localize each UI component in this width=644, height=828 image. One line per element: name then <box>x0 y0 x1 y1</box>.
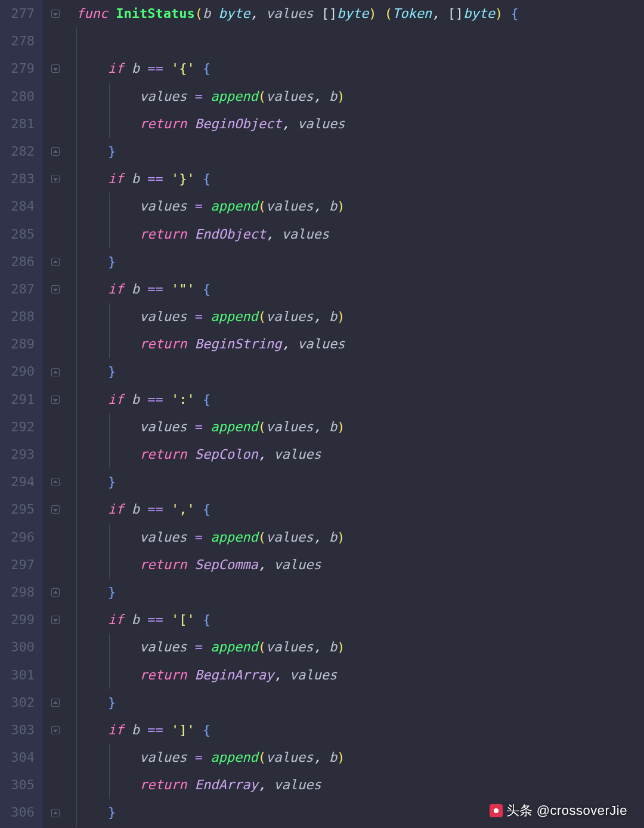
code-line[interactable]: 281 return BeginObject, values <box>0 110 644 138</box>
code-text[interactable]: } <box>76 248 116 276</box>
code-text[interactable]: } <box>76 689 116 716</box>
code-line[interactable]: 300 values = append(values, b) <box>0 634 644 661</box>
code-text[interactable]: if b == '}' { <box>76 165 210 193</box>
code-line[interactable]: 303 if b == ']' { <box>0 716 644 744</box>
fold-cell[interactable] <box>43 606 68 634</box>
code-text[interactable]: if b == ':' { <box>76 386 210 413</box>
fold-collapse-icon[interactable] <box>51 175 60 183</box>
fold-expand-icon[interactable] <box>51 368 60 376</box>
fold-collapse-icon[interactable] <box>51 396 60 404</box>
fold-cell <box>43 330 68 358</box>
code-line[interactable]: 277func InitStatus(b byte, values []byte… <box>0 0 644 27</box>
code-text[interactable]: } <box>76 358 116 385</box>
line-number: 304 <box>0 744 43 771</box>
fold-collapse-icon[interactable] <box>51 616 60 624</box>
code-line[interactable]: 279 if b == '{' { <box>0 55 644 82</box>
line-number: 293 <box>0 441 43 468</box>
line-number: 303 <box>0 716 43 744</box>
fold-cell[interactable] <box>43 55 68 82</box>
code-text[interactable]: values = append(values, b) <box>76 193 345 220</box>
code-line[interactable]: 299 if b == '[' { <box>0 606 644 634</box>
code-text[interactable]: return BeginArray, values <box>76 662 337 689</box>
code-text[interactable]: } <box>76 138 116 165</box>
fold-expand-icon[interactable] <box>51 699 60 707</box>
fold-cell[interactable] <box>43 579 68 606</box>
code-line[interactable]: 305 return EndArray, values <box>0 771 644 799</box>
code-line[interactable]: 293 return SepColon, values <box>0 441 644 468</box>
fold-cell[interactable] <box>43 716 68 744</box>
fold-cell[interactable] <box>43 138 68 165</box>
code-line[interactable]: 290 } <box>0 358 644 385</box>
code-text[interactable]: values = append(values, b) <box>76 83 345 110</box>
code-text[interactable]: func InitStatus(b byte, values []byte) (… <box>76 0 519 27</box>
code-line[interactable]: 287 if b == '"' { <box>0 276 644 303</box>
fold-collapse-icon[interactable] <box>51 64 60 73</box>
line-number: 288 <box>0 303 43 330</box>
fold-cell[interactable] <box>43 689 68 716</box>
code-text[interactable]: return EndObject, values <box>76 221 329 248</box>
code-line[interactable]: 284 values = append(values, b) <box>0 193 644 220</box>
fold-collapse-icon[interactable] <box>51 10 60 18</box>
code-line[interactable]: 283 if b == '}' { <box>0 165 644 193</box>
code-line[interactable]: 304 values = append(values, b) <box>0 744 644 771</box>
code-text[interactable]: values = append(values, b) <box>76 303 345 330</box>
code-text[interactable]: if b == '"' { <box>76 276 210 303</box>
fold-cell[interactable] <box>43 386 68 413</box>
code-text[interactable]: if b == '[' { <box>76 606 210 634</box>
fold-cell[interactable] <box>43 0 68 27</box>
code-line[interactable]: 288 values = append(values, b) <box>0 303 644 330</box>
code-line[interactable]: 291 if b == ':' { <box>0 386 644 413</box>
fold-collapse-icon[interactable] <box>51 285 60 293</box>
fold-cell[interactable] <box>43 276 68 303</box>
code-line[interactable]: 294 } <box>0 468 644 496</box>
code-line[interactable]: 278 <box>0 27 644 55</box>
code-text[interactable]: values = append(values, b) <box>76 744 345 771</box>
code-text[interactable]: if b == '{' { <box>76 55 210 82</box>
fold-cell <box>43 524 68 551</box>
fold-expand-icon[interactable] <box>51 147 60 156</box>
code-line[interactable]: 296 values = append(values, b) <box>0 524 644 551</box>
code-text[interactable]: } <box>76 468 116 496</box>
line-number: 306 <box>0 799 43 826</box>
fold-cell[interactable] <box>43 358 68 385</box>
fold-cell[interactable] <box>43 496 68 523</box>
fold-cell[interactable] <box>43 248 68 276</box>
code-text[interactable]: return BeginObject, values <box>76 110 345 138</box>
line-number: 289 <box>0 330 43 358</box>
code-text[interactable]: if b == ']' { <box>76 716 210 744</box>
code-text[interactable]: return SepColon, values <box>76 441 321 468</box>
code-text[interactable]: } <box>76 799 116 826</box>
code-line[interactable]: 301 return BeginArray, values <box>0 662 644 689</box>
fold-expand-icon[interactable] <box>51 478 60 486</box>
code-text[interactable]: values = append(values, b) <box>76 413 345 441</box>
fold-cell[interactable] <box>43 799 68 826</box>
fold-expand-icon[interactable] <box>51 258 60 266</box>
code-text[interactable]: return SepComma, values <box>76 551 321 579</box>
code-line[interactable]: 282 } <box>0 138 644 165</box>
fold-cell <box>43 27 68 55</box>
code-text[interactable]: if b == ',' { <box>76 496 210 523</box>
code-line[interactable]: 298 } <box>0 579 644 606</box>
code-line[interactable]: 280 values = append(values, b) <box>0 83 644 110</box>
fold-expand-icon[interactable] <box>51 588 60 597</box>
fold-collapse-icon[interactable] <box>51 505 60 514</box>
code-text[interactable]: values = append(values, b) <box>76 634 345 661</box>
code-line[interactable]: 295 if b == ',' { <box>0 496 644 523</box>
code-line[interactable]: 289 return BeginString, values <box>0 330 644 358</box>
code-text[interactable]: return BeginString, values <box>76 330 345 358</box>
line-number: 296 <box>0 524 43 551</box>
code-line[interactable]: 302 } <box>0 689 644 716</box>
code-line[interactable]: 286 } <box>0 248 644 276</box>
fold-expand-icon[interactable] <box>51 809 60 817</box>
fold-collapse-icon[interactable] <box>51 726 60 734</box>
code-text[interactable]: } <box>76 579 116 606</box>
code-text[interactable]: values = append(values, b) <box>76 524 345 551</box>
code-text[interactable]: return EndArray, values <box>76 771 321 799</box>
code-line[interactable]: 297 return SepComma, values <box>0 551 644 579</box>
code-line[interactable]: 292 values = append(values, b) <box>0 413 644 441</box>
watermark-handle: @crossoverJie <box>537 797 627 824</box>
code-line[interactable]: 285 return EndObject, values <box>0 221 644 248</box>
fold-cell[interactable] <box>43 165 68 193</box>
fold-cell <box>43 744 68 771</box>
fold-cell[interactable] <box>43 468 68 496</box>
